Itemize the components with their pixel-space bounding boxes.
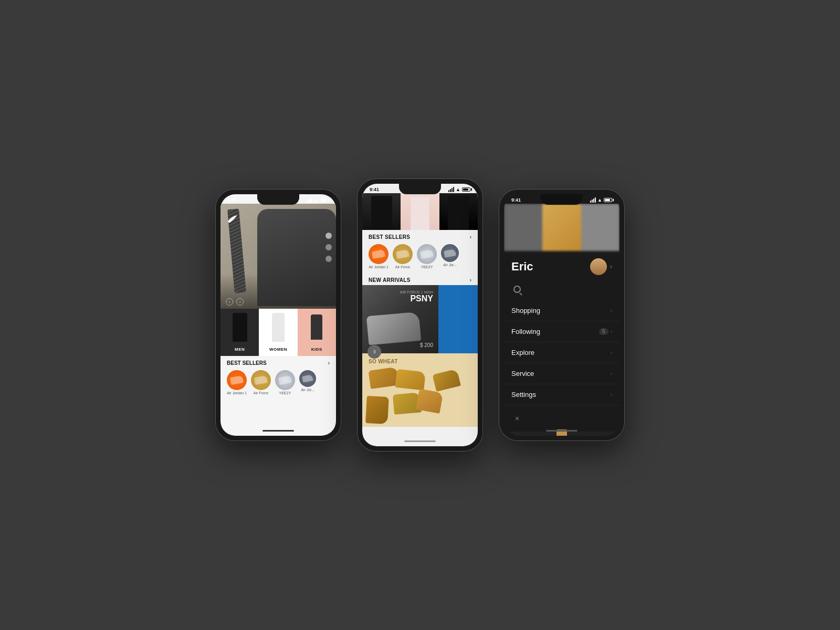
new-arrivals-cards: AIR FORCE 1 HIGH PSNY $ 200 bbox=[362, 285, 478, 353]
p2-seller-force[interactable]: Air Force bbox=[393, 244, 413, 269]
close-menu-btn[interactable]: × bbox=[504, 405, 620, 432]
menu-item-shopping[interactable]: Shopping › bbox=[504, 300, 620, 321]
category-kids[interactable]: KIDS bbox=[298, 309, 336, 356]
new-arrivals-arrow[interactable]: › bbox=[470, 277, 471, 283]
time-2: 9:41 bbox=[370, 187, 379, 192]
category-men[interactable]: MEN bbox=[220, 309, 259, 356]
phone-3: 9:41 ▲ bbox=[499, 189, 625, 441]
psny-name: PSNY bbox=[400, 294, 433, 303]
battery-icon-3 bbox=[604, 198, 612, 202]
best-sellers-title-1: BEST SELLERS bbox=[227, 360, 267, 366]
side-icon-share bbox=[326, 244, 332, 250]
p2-seller-yeezy[interactable]: YEEZY bbox=[417, 244, 437, 269]
best-sellers-header-1: BEST SELLERS › bbox=[220, 356, 336, 368]
menu-items: Shopping › Following 5 › bbox=[504, 300, 620, 405]
blue-panel bbox=[438, 285, 478, 353]
hero-img1 bbox=[362, 193, 401, 230]
following-badge: 5 bbox=[599, 328, 608, 335]
psny-info: AIR FORCE 1 HIGH PSNY bbox=[400, 290, 433, 303]
phone-3-notch bbox=[541, 194, 583, 205]
category-women[interactable]: WOMEN bbox=[259, 309, 297, 356]
following-chevron-icon: › bbox=[611, 329, 612, 334]
scene: 9:41 ▲ bbox=[194, 147, 646, 483]
psny-shoe bbox=[366, 312, 421, 345]
user-row: Eric › bbox=[504, 251, 620, 280]
shopping-chevron-icon: › bbox=[611, 308, 612, 313]
menu-item-explore[interactable]: Explore › bbox=[504, 342, 620, 363]
top-blur-section bbox=[504, 204, 620, 251]
status-icons-2: ▲ bbox=[448, 187, 470, 192]
shopping-label: Shopping bbox=[511, 307, 540, 314]
categories-row: MEN WOMEN KIDS bbox=[220, 309, 336, 356]
menu-item-following[interactable]: Following 5 › bbox=[504, 321, 620, 342]
seller-force-label: Air Force bbox=[254, 391, 268, 395]
explore-label: Explore bbox=[511, 349, 534, 356]
phone-2-notch bbox=[399, 184, 441, 194]
username: Eric bbox=[511, 260, 533, 274]
phone-2: 9:41 ▲ bbox=[357, 178, 483, 452]
seller-yeezy-label: YEEZY bbox=[279, 391, 291, 395]
prev-arrow[interactable]: ‹ bbox=[226, 298, 233, 306]
best-sellers-row-2: Air Jordan 1 Air Force YEEZY bbox=[362, 242, 478, 273]
seller-extra-label: Air Jor... bbox=[301, 388, 314, 392]
seller-extra[interactable]: Air Jor... bbox=[299, 370, 316, 395]
signal-icon-1 bbox=[307, 197, 312, 203]
phone-3-screen: 9:41 ▲ bbox=[504, 194, 620, 436]
p2-seller-jordan-label: Air Jordan 1 bbox=[369, 265, 388, 269]
user-chevron-icon: › bbox=[610, 263, 612, 270]
signal-icon-3 bbox=[590, 197, 596, 203]
service-label: Service bbox=[511, 370, 534, 377]
person-silhouette bbox=[257, 209, 336, 306]
settings-chevron-icon: › bbox=[611, 392, 612, 397]
category-women-label: WOMEN bbox=[269, 347, 287, 352]
p2-seller-extra[interactable]: Air Jor... bbox=[441, 244, 459, 269]
seller-jordan-label: Air Jordan 1 bbox=[227, 391, 247, 395]
home-indicator-2 bbox=[404, 440, 436, 442]
psny-subtitle: AIR FORCE 1 HIGH bbox=[400, 290, 433, 294]
home-indicator-1 bbox=[262, 430, 294, 432]
hero-img2 bbox=[401, 193, 439, 230]
psny-card[interactable]: AIR FORCE 1 HIGH PSNY $ 200 bbox=[362, 285, 438, 353]
new-arrivals-header: NEW ARRIVALS › bbox=[362, 273, 478, 285]
side-icons bbox=[326, 233, 332, 262]
category-men-label: MEN bbox=[235, 347, 245, 352]
seller-yeezy[interactable]: YEEZY bbox=[275, 370, 295, 395]
time-3: 9:41 bbox=[511, 197, 521, 203]
phone-1-notch bbox=[257, 194, 299, 205]
phone-1: 9:41 ▲ bbox=[215, 189, 341, 441]
p2-seller-force-label: Air Force bbox=[395, 265, 410, 269]
following-label: Following bbox=[511, 328, 540, 335]
wheat-section: SO WHEAT bbox=[362, 353, 478, 427]
home-indicator-3 bbox=[546, 430, 578, 432]
user-avatar bbox=[590, 258, 607, 275]
category-kids-label: KIDS bbox=[311, 347, 322, 352]
best-sellers-arrow-2[interactable]: › bbox=[470, 234, 471, 240]
wifi-icon-3: ▲ bbox=[597, 197, 602, 203]
best-sellers-header-2: BEST SELLERS › bbox=[362, 230, 478, 242]
seller-jordan[interactable]: Air Jordan 1 bbox=[227, 370, 247, 395]
search-row bbox=[504, 280, 620, 300]
menu-item-service[interactable]: Service › bbox=[504, 363, 620, 384]
p2-seller-jordan[interactable]: Air Jordan 1 bbox=[369, 244, 388, 269]
menu-container: Eric › bbox=[504, 251, 620, 432]
phone-1-screen: 9:41 ▲ bbox=[220, 194, 336, 436]
status-icons-3: ▲ bbox=[590, 197, 612, 203]
wheat-shoes bbox=[362, 353, 478, 427]
hero-nav: ‹ › bbox=[226, 298, 244, 306]
search-icon[interactable] bbox=[511, 284, 523, 295]
seller-force[interactable]: Air Force bbox=[251, 370, 271, 395]
next-arrow[interactable]: › bbox=[236, 298, 244, 306]
float-menu-btn[interactable]: ⁞⁞ bbox=[368, 345, 381, 359]
menu-item-settings[interactable]: Settings › bbox=[504, 384, 620, 405]
side-icon-heart bbox=[326, 233, 332, 239]
best-sellers-title-2: BEST SELLERS bbox=[369, 234, 410, 240]
wifi-icon-2: ▲ bbox=[456, 187, 460, 192]
hero-image-1: NIKE Air Force 270 ‹ › bbox=[220, 204, 336, 309]
user-right[interactable]: › bbox=[590, 258, 612, 275]
new-arrivals-title: NEW ARRIVALS bbox=[369, 277, 411, 283]
status-icons-1: ▲ bbox=[307, 197, 329, 203]
hero-strip-2 bbox=[362, 193, 478, 230]
service-chevron-icon: › bbox=[611, 371, 612, 376]
best-sellers-arrow-1[interactable]: › bbox=[328, 360, 330, 366]
battery-icon-2 bbox=[462, 187, 470, 192]
